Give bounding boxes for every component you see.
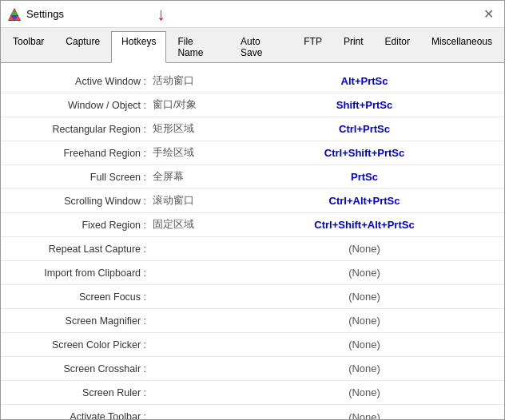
- hotkey-row: Activate Toolbar :(None): [1, 405, 504, 419]
- hotkey-value[interactable]: Ctrl+Shift+PrtSc: [225, 147, 504, 159]
- hotkey-row: Screen Color Picker :(None): [1, 333, 504, 357]
- hotkey-row: Window / Object :窗口/对象Shift+PrtSc: [1, 93, 504, 117]
- hotkey-value[interactable]: (None): [225, 339, 504, 351]
- settings-window: Settings ↓ ✕ ToolbarCaptureHotkeysFile N…: [0, 0, 505, 420]
- tabs-bar: ToolbarCaptureHotkeysFile NameAuto SaveF…: [1, 28, 504, 63]
- hotkey-label: Activate Toolbar :: [1, 411, 153, 419]
- hotkey-label: Full Screen :: [1, 172, 153, 183]
- tab-editor[interactable]: Editor: [375, 31, 420, 63]
- hotkey-value[interactable]: Alt+PrtSc: [225, 75, 504, 87]
- hotkey-value[interactable]: (None): [225, 243, 504, 255]
- app-icon: [7, 7, 22, 22]
- hotkey-chinese: 滚动窗口: [153, 194, 225, 208]
- hotkey-value[interactable]: Ctrl+Alt+PrtSc: [225, 195, 504, 207]
- tab-print[interactable]: Print: [333, 31, 374, 63]
- hotkey-row: Screen Ruler :(None): [1, 381, 504, 405]
- hotkey-row: Full Screen :全屏幕PrtSc: [1, 165, 504, 189]
- hotkey-row: Rectangular Region :矩形区域Ctrl+PrtSc: [1, 117, 504, 141]
- tab-toolbar[interactable]: Toolbar: [2, 31, 54, 63]
- tab-autosave[interactable]: Auto Save: [230, 31, 292, 63]
- hotkey-chinese: 窗口/对象: [153, 98, 225, 112]
- hotkey-label: Freehand Region :: [1, 148, 153, 159]
- tab-hotkeys[interactable]: Hotkeys: [111, 31, 166, 63]
- hotkey-value[interactable]: Ctrl+PrtSc: [225, 123, 504, 135]
- hotkey-row: Import from Clipboard :(None): [1, 261, 504, 285]
- hotkey-row: Scrolling Window :滚动窗口Ctrl+Alt+PrtSc: [1, 189, 504, 213]
- hotkey-value[interactable]: (None): [225, 291, 504, 303]
- hotkeys-content: Active Window :活动窗口Alt+PrtScWindow / Obj…: [1, 63, 504, 419]
- hotkey-row: Screen Crosshair :(None): [1, 357, 504, 381]
- hotkey-value[interactable]: (None): [225, 411, 504, 420]
- svg-marker-2: [10, 10, 18, 15]
- hotkey-chinese: 全屏幕: [153, 170, 225, 184]
- hotkey-label: Screen Ruler :: [1, 387, 153, 398]
- hotkey-value[interactable]: (None): [225, 363, 504, 374]
- tab-filename[interactable]: File Name: [167, 31, 229, 63]
- arrow-annotation: ↓: [157, 4, 165, 25]
- hotkey-value[interactable]: (None): [225, 267, 504, 279]
- window-title: Settings: [26, 8, 64, 20]
- hotkey-label: Rectangular Region :: [1, 124, 153, 135]
- hotkey-row: Active Window :活动窗口Alt+PrtSc: [1, 69, 504, 93]
- hotkey-label: Screen Crosshair :: [1, 363, 153, 374]
- hotkey-value[interactable]: (None): [225, 386, 504, 398]
- hotkey-value[interactable]: (None): [225, 315, 504, 327]
- hotkey-row: Screen Focus :(None): [1, 285, 504, 309]
- hotkey-label: Active Window :: [1, 76, 153, 87]
- hotkey-value[interactable]: PrtSc: [225, 171, 504, 183]
- hotkey-chinese: 活动窗口: [153, 74, 225, 88]
- hotkey-label: Screen Focus :: [1, 291, 153, 303]
- hotkey-label: Window / Object :: [1, 100, 153, 111]
- hotkey-row: Fixed Region :固定区域Ctrl+Shift+Alt+PrtSc: [1, 213, 504, 237]
- tab-ftp[interactable]: FTP: [293, 31, 332, 63]
- hotkey-label: Screen Magnifier :: [1, 315, 153, 327]
- close-button[interactable]: ✕: [479, 5, 498, 24]
- hotkey-row: Screen Magnifier :(None): [1, 309, 504, 333]
- hotkey-row: Repeat Last Capture :(None): [1, 237, 504, 261]
- tab-capture[interactable]: Capture: [55, 31, 110, 63]
- hotkey-chinese: 矩形区域: [153, 122, 225, 136]
- hotkey-chinese: 固定区域: [153, 218, 225, 232]
- hotkey-row: Freehand Region :手绘区域Ctrl+Shift+PrtSc: [1, 141, 504, 165]
- hotkey-label: Fixed Region :: [1, 220, 153, 231]
- hotkey-label: Screen Color Picker :: [1, 339, 153, 351]
- hotkey-label: Import from Clipboard :: [1, 267, 153, 279]
- hotkey-value[interactable]: Ctrl+Shift+Alt+PrtSc: [225, 219, 504, 231]
- title-bar: Settings ↓ ✕: [1, 1, 504, 28]
- hotkey-chinese: 手绘区域: [153, 146, 225, 160]
- hotkey-value[interactable]: Shift+PrtSc: [225, 99, 504, 111]
- title-bar-left: Settings: [7, 7, 64, 22]
- hotkey-label: Scrolling Window :: [1, 196, 153, 207]
- hotkey-label: Repeat Last Capture :: [1, 244, 153, 255]
- tab-misc[interactable]: Miscellaneous: [421, 31, 503, 63]
